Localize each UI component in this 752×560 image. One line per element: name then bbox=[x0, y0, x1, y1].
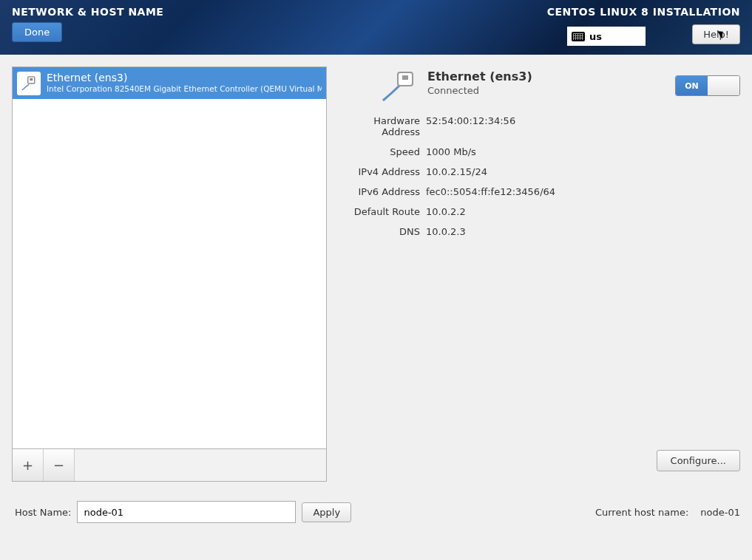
connection-title-block: Ethernet (ens3) Connected bbox=[427, 69, 532, 96]
ethernet-icon bbox=[17, 72, 41, 95]
current-hostname-label: Current host name: bbox=[595, 507, 688, 518]
keyboard-layout-text: us bbox=[589, 31, 602, 42]
connection-toggle[interactable]: ON bbox=[675, 75, 740, 96]
default-route-label: Default Route bbox=[334, 206, 420, 217]
connection-details: Ethernet (ens3) Connected ON Hardware Ad… bbox=[334, 66, 740, 471]
svg-rect-1 bbox=[30, 78, 33, 81]
dns-value: 10.0.2.3 bbox=[426, 226, 740, 237]
hardware-address-label: Hardware Address bbox=[334, 115, 420, 137]
current-hostname-value: node-01 bbox=[700, 507, 740, 518]
keyboard-layout-indicator[interactable]: us bbox=[567, 27, 646, 46]
device-toolbar: + − bbox=[12, 449, 327, 482]
ipv4-label: IPv4 Address bbox=[334, 166, 420, 177]
default-route-value: 10.0.2.2 bbox=[426, 206, 740, 217]
ipv6-label: IPv6 Address bbox=[334, 186, 420, 197]
installer-title: CENTOS LINUX 8 INSTALLATION bbox=[547, 6, 740, 18]
main-content: Ethernet (ens3) Intel Corporation 82540E… bbox=[0, 55, 752, 494]
connection-info-grid: Hardware Address 52:54:00:12:34:56 Speed… bbox=[334, 115, 740, 237]
header-bar: NETWORK & HOST NAME CENTOS LINUX 8 INSTA… bbox=[0, 0, 752, 55]
hardware-address-value: 52:54:00:12:34:56 bbox=[426, 115, 740, 137]
add-device-button[interactable]: + bbox=[13, 449, 44, 481]
ethernet-large-icon bbox=[380, 69, 419, 102]
current-hostname-block: Current host name: node-01 bbox=[595, 507, 740, 518]
dns-label: DNS bbox=[334, 226, 420, 237]
apply-hostname-button[interactable]: Apply bbox=[302, 502, 351, 522]
device-description: Intel Corporation 82540EM Gigabit Ethern… bbox=[47, 84, 322, 93]
svg-rect-3 bbox=[402, 75, 408, 80]
connection-title: Ethernet (ens3) bbox=[427, 69, 532, 83]
remove-device-button[interactable]: − bbox=[44, 449, 75, 481]
speed-label: Speed bbox=[334, 146, 420, 157]
done-button[interactable]: Done bbox=[12, 22, 62, 42]
keyboard-icon bbox=[572, 32, 585, 41]
help-button[interactable]: Help! bbox=[692, 24, 740, 44]
device-item-ens3[interactable]: Ethernet (ens3) Intel Corporation 82540E… bbox=[13, 67, 326, 99]
hostname-row: Host Name: Apply Current host name: node… bbox=[0, 494, 752, 523]
ipv6-value: fec0::5054:ff:fe12:3456/64 bbox=[426, 186, 740, 197]
hostname-input[interactable] bbox=[77, 501, 296, 523]
toggle-on-label: ON bbox=[676, 76, 708, 95]
configure-button[interactable]: Configure... bbox=[657, 450, 740, 471]
device-list[interactable]: Ethernet (ens3) Intel Corporation 82540E… bbox=[12, 66, 327, 449]
device-panel: Ethernet (ens3) Intel Corporation 82540E… bbox=[12, 66, 327, 482]
toggle-off-space bbox=[708, 76, 739, 95]
connection-status: Connected bbox=[427, 85, 532, 96]
speed-value: 1000 Mb/s bbox=[426, 146, 740, 157]
hostname-label: Host Name: bbox=[15, 507, 71, 518]
ipv4-value: 10.0.2.15/24 bbox=[426, 166, 740, 177]
device-texts: Ethernet (ens3) Intel Corporation 82540E… bbox=[47, 71, 322, 93]
device-name: Ethernet (ens3) bbox=[47, 71, 322, 84]
